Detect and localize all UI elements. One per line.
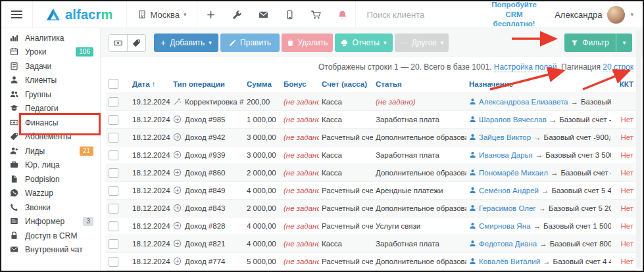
plus-icon[interactable] xyxy=(197,10,224,20)
mobile-icon[interactable] xyxy=(276,10,303,20)
filter-button-group: Фильтр ▾ xyxy=(564,34,632,52)
edit-button[interactable]: Править xyxy=(220,34,280,52)
field-settings-link[interactable]: Настройка полей xyxy=(494,62,557,72)
sidebar-item-label: Podpislon xyxy=(25,175,93,184)
tag-icon xyxy=(10,132,19,141)
kkt-value: Нет xyxy=(620,116,633,124)
filter-button[interactable]: Фильтр xyxy=(564,34,616,52)
tag-view-button[interactable] xyxy=(127,35,145,51)
row-checkbox[interactable] xyxy=(109,204,118,214)
client-link[interactable]: Герасимов Олег xyxy=(479,204,536,212)
sidebar-item-tasks[interactable]: Задачи xyxy=(1,59,100,74)
bonus-value: (не задано) xyxy=(284,258,319,265)
lock-icon xyxy=(10,231,19,240)
sidebar-item-podpislon[interactable]: Podpislon xyxy=(1,172,100,187)
reports-button[interactable]: Отчеты ▾ xyxy=(335,34,393,52)
row-checkbox[interactable] xyxy=(109,168,118,178)
pagination-link[interactable]: 20 строк xyxy=(603,62,633,72)
brand-logo[interactable]: alfacrm xyxy=(33,7,126,22)
income-icon xyxy=(173,168,182,177)
client-link[interactable]: Шарапов Вячеслав xyxy=(479,116,547,124)
chevron-down-icon: ▾ xyxy=(209,39,212,46)
user-menu[interactable]: Александра ▾ xyxy=(555,6,643,24)
kkt-value: Нет xyxy=(620,204,633,212)
sidebar-item-teachers[interactable]: Педагоги xyxy=(1,102,100,116)
client-link[interactable]: Федотова Диана xyxy=(479,240,537,248)
sidebar-item-label: Задачи xyxy=(25,62,93,71)
branch-name: Москва xyxy=(151,10,180,20)
client-link[interactable]: Семёнов Андрей xyxy=(479,187,539,194)
cart-icon[interactable] xyxy=(303,10,329,20)
sidebar-item-finance[interactable]: Финансы xyxy=(1,116,100,130)
search-input[interactable] xyxy=(365,9,483,20)
user-name: Александра xyxy=(555,10,602,20)
select-all-checkbox[interactable] xyxy=(109,79,118,89)
client-link[interactable]: Смирнова Яна xyxy=(479,222,530,230)
row-checkbox[interactable] xyxy=(109,239,118,249)
col-header-sum[interactable]: Сумма xyxy=(244,75,281,93)
sidebar-item-legal[interactable]: Юр. лица xyxy=(1,158,100,173)
other-button[interactable]: ··· Другое ▾ xyxy=(395,34,449,52)
col-header-type[interactable]: Тип операции xyxy=(170,75,244,93)
cell-article: Дополнительное образование xyxy=(373,164,466,182)
col-header-account[interactable]: Счет (касса) xyxy=(319,75,373,93)
sidebar-item-informer[interactable]: Информер3 xyxy=(1,215,100,229)
menu-icon[interactable] xyxy=(1,11,32,18)
cell-article: Заработная плата xyxy=(373,235,466,253)
row-checkbox[interactable] xyxy=(109,257,118,267)
cell-bonus: (не задано) xyxy=(281,111,319,129)
cell-sum: 4 000,00 xyxy=(244,235,281,253)
banknote-view-button[interactable] xyxy=(109,35,127,51)
sort-asc-icon: ↑ xyxy=(152,80,156,88)
person-icon xyxy=(469,169,476,176)
row-checkbox[interactable] xyxy=(109,97,118,107)
sidebar-item-lessons[interactable]: Уроки106 xyxy=(1,45,100,60)
client-link[interactable]: Иванова Дарья xyxy=(479,151,533,159)
promo-link[interactable]: Попробуйте CRM бесплатно! xyxy=(484,0,555,28)
sidebar-item-internal-chat[interactable]: Внутренний чат xyxy=(1,243,100,258)
sidebar-item-crm-access[interactable]: Доступ в CRM xyxy=(1,229,100,243)
sidebar-item-wazzup[interactable]: Wazzup xyxy=(1,187,100,201)
sidebar-item-calls[interactable]: Звонки xyxy=(1,200,100,215)
vertical-scrollbar[interactable] xyxy=(636,30,641,269)
cell-account: Расчетный счет xyxy=(319,182,373,200)
client-link[interactable]: Александрова Елизавета xyxy=(479,98,568,106)
row-checkbox[interactable] xyxy=(109,150,118,160)
col-header-bonus[interactable]: Бонус xyxy=(281,75,319,93)
client-link[interactable]: Пономарёв Михаил xyxy=(479,169,548,177)
sidebar-item-leads[interactable]: Лиды21 xyxy=(1,144,100,158)
cell-article: Арендные платежи xyxy=(373,182,466,200)
row-checkbox[interactable] xyxy=(109,221,118,231)
sidebar-item-label: Клиенты xyxy=(25,76,93,85)
sidebar-item-groups[interactable]: Группы xyxy=(1,87,100,102)
chevron-down-icon: ▾ xyxy=(184,11,187,18)
cell-bonus: (не задано) xyxy=(281,147,319,164)
client-link[interactable]: Зайцев Виктор xyxy=(479,133,531,141)
row-checkbox[interactable] xyxy=(109,115,118,125)
sidebar-item-label: Педагоги xyxy=(25,104,93,113)
cell-sum: 200,00 xyxy=(244,93,281,111)
col-header-article[interactable]: Статья xyxy=(373,75,466,93)
wrench-icon[interactable] xyxy=(224,10,250,20)
sidebar-item-subscriptions[interactable]: Абонементы xyxy=(1,130,100,145)
cell-article: Дополнительное образование xyxy=(373,253,466,271)
cell-article: Дополнительное образование xyxy=(373,129,466,147)
delete-button[interactable]: Удалить xyxy=(282,34,333,52)
sidebar: АналитикаУроки106ЗадачиКлиентыГруппыПеда… xyxy=(1,28,101,271)
target-account: Базовый счет 1 500,00 xyxy=(543,222,611,230)
row-checkbox[interactable] xyxy=(109,186,118,196)
sidebar-item-clients[interactable]: Клиенты xyxy=(1,74,100,88)
add-button[interactable]: + Добавить ▾ xyxy=(154,34,218,52)
cell-account: Касса xyxy=(319,111,373,129)
branch-selector[interactable]: Москва ▾ xyxy=(127,10,197,20)
col-header-kkt[interactable]: ККТ xyxy=(611,75,636,93)
col-header-purpose[interactable]: Назначение xyxy=(466,75,611,93)
sidebar-item-analytics[interactable]: Аналитика xyxy=(1,31,100,45)
sidebar-item-label: Информер xyxy=(25,217,83,226)
client-link[interactable]: Ковалёв Виталий xyxy=(479,258,540,265)
mail-icon[interactable] xyxy=(250,10,276,20)
filter-dropdown-button[interactable]: ▾ xyxy=(616,34,632,52)
row-checkbox[interactable] xyxy=(109,133,118,143)
col-header-date[interactable]: Дата↑ xyxy=(130,75,170,93)
bell-icon[interactable] xyxy=(329,10,355,20)
